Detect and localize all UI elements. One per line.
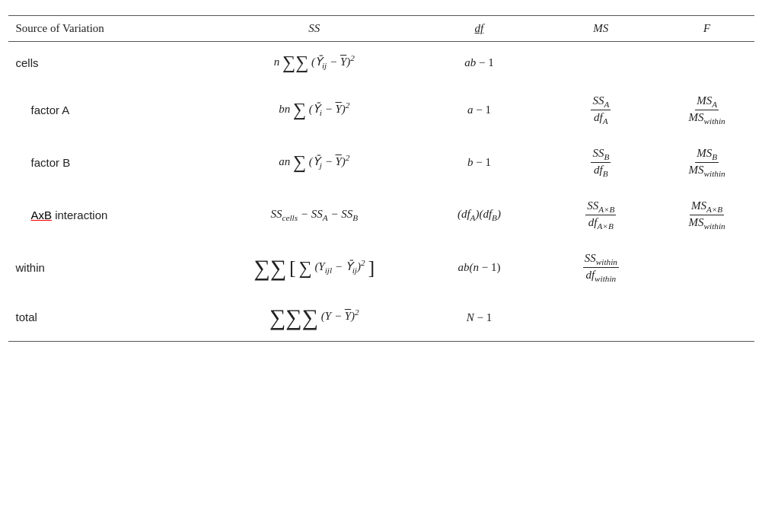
header-source: Source of Variation <box>8 16 212 42</box>
f-formula: MSA×B MSwithin <box>660 189 754 241</box>
df-formula: ab(n − 1) <box>416 241 542 294</box>
ms-formula <box>542 294 660 342</box>
table-row: factor B an ∑ (Ȳj − Y)2 b − 1 SSB dfB <box>8 136 754 189</box>
df-formula: a − 1 <box>416 84 542 136</box>
f-formula <box>660 294 754 342</box>
ms-formula <box>542 42 660 84</box>
table-row: factor A bn ∑ (Ȳi − Y)2 a − 1 SSA dfA <box>8 84 754 136</box>
df-formula: N − 1 <box>416 294 542 342</box>
ss-formula: ∑∑ [ ∑ (Yijl − Ȳij)2 ] <box>212 241 416 294</box>
header-row: Source of Variation SS df MS F <box>8 16 754 42</box>
df-formula: (dfA)(dfB) <box>416 189 542 241</box>
f-formula <box>660 42 754 84</box>
f-formula: MSA MSwithin <box>660 84 754 136</box>
table-row: total ∑∑∑ (Y − Y)2 N − 1 <box>8 294 754 342</box>
ms-formula: SSwithin dfwithin <box>542 241 660 294</box>
source-label: total <box>8 294 212 342</box>
table-row: AxB interaction SScells − SSA − SSB (dfA… <box>8 189 754 241</box>
header-f: F <box>660 16 754 42</box>
source-label: factor A <box>8 84 212 136</box>
table-row: within ∑∑ [ ∑ (Yijl − Ȳij)2 ] ab(n − 1) … <box>8 241 754 294</box>
header-df: df <box>416 16 542 42</box>
header-ms: MS <box>542 16 660 42</box>
ms-formula: SSB dfB <box>542 136 660 189</box>
ss-formula: n ∑∑ (Ȳij − Y)2 <box>212 42 416 84</box>
table-row: cells n ∑∑ (Ȳij − Y)2 ab − 1 <box>8 42 754 84</box>
source-label: within <box>8 241 212 294</box>
f-formula <box>660 241 754 294</box>
ss-formula: SScells − SSA − SSB <box>212 189 416 241</box>
ms-formula: SSA dfA <box>542 84 660 136</box>
source-label: factor B <box>8 136 212 189</box>
source-label: AxB interaction <box>8 189 212 241</box>
ss-formula: bn ∑ (Ȳi − Y)2 <box>212 84 416 136</box>
df-formula: ab − 1 <box>416 42 542 84</box>
source-label: cells <box>8 42 212 84</box>
f-formula: MSB MSwithin <box>660 136 754 189</box>
anova-table: Source of Variation SS df MS F cells n ∑… <box>8 15 754 342</box>
df-formula: b − 1 <box>416 136 542 189</box>
anova-table-container: Source of Variation SS df MS F cells n ∑… <box>8 15 754 342</box>
ms-formula: SSA×B dfA×B <box>542 189 660 241</box>
header-ss: SS <box>212 16 416 42</box>
ss-formula: an ∑ (Ȳj − Y)2 <box>212 136 416 189</box>
ss-formula: ∑∑∑ (Y − Y)2 <box>212 294 416 342</box>
